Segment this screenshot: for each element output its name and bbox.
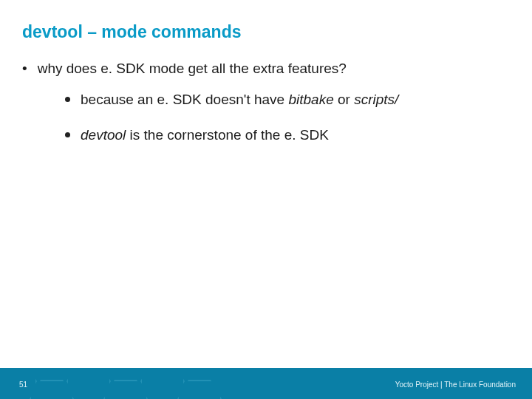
- text-part: or: [334, 92, 354, 107]
- bullet-marker: •: [22, 61, 27, 77]
- hexagon-icon: [103, 380, 148, 399]
- bullet-level2-text: devtool is the cornerstone of the e. SDK: [81, 126, 329, 145]
- bullet-level2: because an e. SDK doesn't have bitbake o…: [65, 90, 510, 109]
- dot-icon: [65, 97, 70, 102]
- hexagon-icon: [66, 368, 111, 399]
- bullet-level2: devtool is the cornerstone of the e. SDK: [65, 126, 510, 145]
- bullet-level1-text: why does e. SDK mode get all the extra f…: [38, 61, 347, 77]
- text-italic: scripts/: [354, 92, 398, 107]
- bullet-level2-text: because an e. SDK doesn't have bitbake o…: [81, 90, 398, 109]
- hexagon-icon: [30, 380, 74, 399]
- hexagon-icon: [177, 380, 222, 399]
- text-part: is the cornerstone of the e. SDK: [126, 127, 329, 143]
- bullet-level1: • why does e. SDK mode get all the extra…: [22, 61, 510, 77]
- text-part: because an e. SDK doesn't have: [81, 92, 288, 107]
- dot-icon: [65, 132, 70, 137]
- hexagon-icon: [0, 368, 37, 399]
- text-italic: bitbake: [288, 92, 333, 107]
- slide-content: • why does e. SDK mode get all the extra…: [22, 61, 510, 160]
- hexagon-icon: [140, 368, 185, 399]
- text-italic: devtool: [81, 127, 126, 143]
- page-number: 51: [19, 381, 27, 389]
- footer-credit: Yocto Project | The Linux Foundation: [395, 381, 516, 389]
- slide-footer: 51 Yocto Project | The Linux Foundation: [0, 368, 532, 399]
- slide-title: devtool – mode commands: [22, 22, 242, 42]
- slide: devtool – mode commands • why does e. SD…: [0, 0, 532, 399]
